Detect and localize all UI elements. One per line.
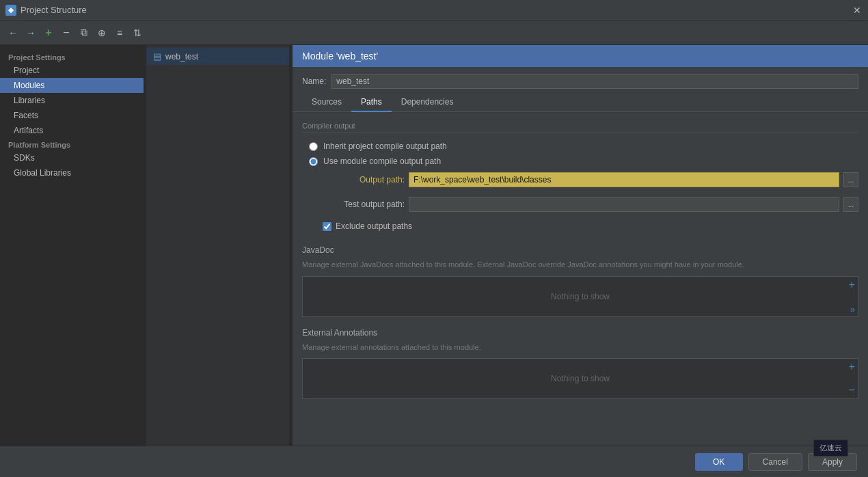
module-item-web-test[interactable]: ▤ web_test (146, 48, 289, 65)
title-bar-left: ◆ Project Structure (5, 5, 87, 16)
ok-button[interactable]: OK (695, 453, 743, 471)
test-output-path-row: Test output path: ... (302, 193, 858, 215)
content-area: Project Settings Project Modules Librari… (0, 45, 868, 446)
tab-content: Compiler output Inherit project compile … (293, 112, 868, 446)
watermark-text: 亿速云 (819, 444, 842, 452)
sidebar-item-libraries[interactable]: Libraries (0, 93, 144, 108)
javadoc-empty-area: Nothing to show + » (302, 276, 858, 317)
collapse-all-button[interactable]: ≡ (112, 25, 127, 40)
expand-button[interactable]: ⊕ (94, 25, 109, 40)
javadoc-description: Manage external JavaDocs attached to thi… (302, 259, 858, 271)
external-annotations-title: External Annotations (302, 328, 858, 338)
name-label: Name: (302, 77, 326, 86)
watermark: 亿速云 (813, 439, 848, 456)
tab-paths[interactable]: Paths (351, 93, 392, 112)
inherit-radio-label: Inherit project compile output path (323, 141, 447, 151)
module-icon: ▤ (153, 51, 161, 62)
module-name: web_test (165, 52, 198, 62)
use-module-radio-row: Use module compile output path (302, 154, 858, 169)
artifacts-label: Artifacts (14, 126, 43, 135)
app-icon: ◆ (5, 5, 16, 16)
libraries-label: Libraries (14, 96, 45, 105)
test-output-path-browse-button[interactable]: ... (843, 197, 858, 212)
module-header-row: Name: (293, 67, 868, 93)
use-module-radio-label: Use module compile output path (323, 156, 441, 166)
right-panel: Module 'web_test' Name: Sources Paths De… (293, 45, 868, 446)
inherit-radio-row: Inherit project compile output path (302, 139, 858, 154)
sidebar-item-modules[interactable]: Modules (0, 78, 144, 93)
sidebar-item-artifacts[interactable]: Artifacts (0, 123, 144, 138)
external-annotations-minus-button[interactable]: − (849, 385, 855, 396)
output-path-row: Output path: ... (302, 169, 858, 191)
sdks-label: SDKs (14, 153, 35, 163)
main-container: ← → + − ⧉ ⊕ ≡ ⇅ Project Settings Project… (0, 21, 868, 477)
compiler-output-section: Compiler output Inherit project compile … (302, 122, 858, 234)
compiler-output-label: Compiler output (302, 122, 858, 133)
back-button[interactable]: ← (5, 25, 21, 40)
platform-settings-label: Platform Settings (0, 138, 144, 150)
copy-button[interactable]: ⧉ (77, 25, 92, 40)
javadoc-section: JavaDoc Manage external JavaDocs attache… (302, 245, 858, 317)
exclude-checkbox-row: Exclude output paths (302, 218, 858, 234)
modules-label: Modules (14, 81, 44, 90)
tab-dependencies[interactable]: Dependencies (392, 93, 463, 112)
external-annotations-empty-area: Nothing to show + − (302, 358, 858, 399)
javadoc-title: JavaDoc (302, 245, 858, 255)
close-button[interactable]: ✕ (852, 5, 863, 16)
title-bar: ◆ Project Structure ✕ (0, 0, 868, 21)
forward-button[interactable]: → (23, 25, 38, 40)
toolbar: ← → + − ⧉ ⊕ ≡ ⇅ (0, 21, 868, 45)
tab-sources[interactable]: Sources (302, 93, 351, 112)
external-annotations-add-button[interactable]: + (849, 362, 855, 372)
project-settings-label: Project Settings (0, 51, 144, 63)
name-input[interactable] (331, 74, 858, 89)
exclude-label: Exclude output paths (336, 221, 412, 231)
window-title: Project Structure (21, 5, 87, 15)
global-libraries-label: Global Libraries (14, 168, 71, 178)
javadoc-arrow-button[interactable]: » (850, 305, 855, 314)
test-output-path-label: Test output path: (323, 200, 405, 209)
facets-label: Facets (14, 111, 38, 120)
module-title: Module 'web_test' (293, 45, 868, 67)
external-annotations-description: Manage external annotations attached to … (302, 342, 858, 353)
output-path-input[interactable] (409, 172, 839, 187)
sidebar-item-project[interactable]: Project (0, 63, 144, 78)
cancel-button[interactable]: Cancel (748, 453, 802, 471)
external-annotations-empty-text: Nothing to show (551, 374, 610, 383)
sidebar-item-sdks[interactable]: SDKs (0, 150, 144, 165)
project-label: Project (14, 66, 39, 75)
tabs-row: Sources Paths Dependencies (293, 93, 868, 112)
use-module-radio[interactable] (309, 157, 318, 166)
sidebar-item-global-libraries[interactable]: Global Libraries (0, 165, 144, 180)
test-output-path-input[interactable] (409, 197, 839, 212)
external-annotations-section: External Annotations Manage external ann… (302, 328, 858, 400)
bottom-bar: 亿速云 OK Cancel Apply (0, 446, 868, 477)
sidebar-item-facets[interactable]: Facets (0, 108, 144, 123)
sort-button[interactable]: ⇅ (130, 25, 145, 40)
inherit-radio[interactable] (309, 142, 318, 151)
output-path-label: Output path: (323, 175, 405, 185)
remove-button[interactable]: − (59, 25, 74, 40)
sidebar: Project Settings Project Modules Librari… (0, 45, 144, 446)
module-list-panel: ▤ web_test (146, 45, 290, 446)
output-path-browse-button[interactable]: ... (843, 172, 858, 187)
javadoc-empty-text: Nothing to show (551, 292, 610, 301)
exclude-checkbox[interactable] (323, 222, 331, 231)
javadoc-add-button[interactable]: + (849, 280, 855, 290)
add-button[interactable]: + (41, 25, 56, 40)
